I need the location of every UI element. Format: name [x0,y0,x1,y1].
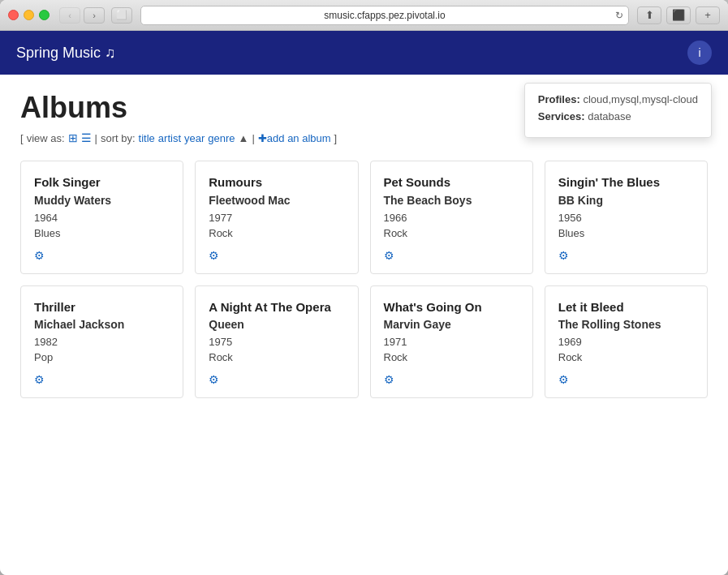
page-body: Profiles: cloud,mysql,mysql-cloud Servic… [0,75,728,575]
app-title: Spring Music ♫ [16,45,116,62]
toolbar-actions: ⬆ ⬛ + [637,6,720,24]
album-title: Folk Singer [34,174,170,191]
browser-window: ‹ › ⬜ smusic.cfapps.pez.pivotal.io ↻ ⬆ ⬛… [0,0,728,575]
album-settings-icon[interactable]: ⚙ [209,373,344,386]
album-year: 1966 [384,212,519,224]
album-title: Singin' The Blues [558,174,694,191]
album-year: 1969 [558,336,694,348]
album-artist: Fleetwood Mac [209,194,344,207]
add-album-link[interactable]: ✚add an album [258,132,331,144]
tabs-button[interactable]: ⬛ [666,6,691,24]
album-card[interactable]: Folk Singer Muddy Waters 1964 Blues ⚙ [20,161,183,274]
album-title: A Night At The Opera [209,299,344,315]
album-artist: BB King [558,194,694,207]
traffic-lights [8,10,50,20]
album-card[interactable]: What's Going On Marvin Gaye 1971 Rock ⚙ [370,285,533,399]
album-card[interactable]: Thriller Michael Jackson 1982 Pop ⚙ [20,285,183,399]
sort-arrow-icon: ▲ [239,132,249,144]
album-year: 1964 [34,212,170,224]
album-year: 1977 [209,212,344,224]
view-button[interactable]: ⬜ [111,7,132,24]
add-tab-button[interactable]: + [696,6,720,24]
album-artist: Marvin Gaye [384,318,519,331]
address-bar[interactable]: smusic.cfapps.pez.pivotal.io ↻ [140,6,629,25]
album-settings-icon[interactable]: ⚙ [209,249,344,262]
album-title: What's Going On [384,299,519,315]
album-genre: Rock [209,351,344,363]
album-card[interactable]: Let it Bleed The Rolling Stones 1969 Roc… [545,285,708,399]
album-settings-icon[interactable]: ⚙ [34,373,170,386]
album-genre: Rock [558,351,694,363]
album-settings-icon[interactable]: ⚙ [558,249,694,262]
album-genre: Blues [34,227,170,239]
album-title: Thriller [34,299,170,315]
album-title: Let it Bleed [558,299,694,315]
album-card[interactable]: Rumours Fleetwood Mac 1977 Rock ⚙ [195,161,358,274]
album-card[interactable]: A Night At The Opera Queen 1975 Rock ⚙ [195,285,358,399]
minimize-button[interactable] [24,10,34,20]
album-year: 1975 [209,336,344,348]
album-settings-icon[interactable]: ⚙ [34,249,170,262]
album-genre: Rock [384,351,519,363]
app-header: Spring Music ♫ i [0,31,728,75]
sort-artist-link[interactable]: artist [158,132,181,144]
album-settings-icon[interactable]: ⚙ [558,373,694,386]
profiles-row: Profiles: cloud,mysql,mysql-cloud [538,93,698,105]
sort-year-link[interactable]: year [184,132,205,144]
list-view-icon[interactable]: ☰ [81,131,92,144]
services-label: Services: [538,110,585,122]
album-genre: Rock [384,227,519,239]
services-row: Services: database [538,110,698,122]
albums-grid: Folk Singer Muddy Waters 1964 Blues ⚙ Ru… [20,161,708,398]
app-content: Spring Music ♫ i Profiles: cloud,mysql,m… [0,31,728,575]
profiles-label: Profiles: [538,93,580,105]
sort-label: sort by: [101,132,136,144]
album-title: Rumours [209,174,344,191]
album-genre: Pop [34,351,170,363]
album-artist: Queen [209,318,344,331]
url-text: smusic.cfapps.pez.pivotal.io [324,10,445,21]
album-title: Pet Sounds [384,174,519,191]
album-artist: Muddy Waters [34,194,170,207]
album-card[interactable]: Pet Sounds The Beach Boys 1966 Rock ⚙ [370,161,533,274]
profiles-value: cloud,mysql,mysql-cloud [583,93,698,105]
album-year: 1982 [34,336,170,348]
album-artist: The Rolling Stones [558,318,694,331]
close-button[interactable] [8,10,19,20]
album-settings-icon[interactable]: ⚙ [384,373,519,386]
album-card[interactable]: Singin' The Blues BB King 1956 Blues ⚙ [545,161,708,274]
nav-buttons: ‹ › [59,7,105,24]
title-bar: ‹ › ⬜ smusic.cfapps.pez.pivotal.io ↻ ⬆ ⬛… [0,0,728,31]
album-settings-icon[interactable]: ⚙ [384,249,519,262]
services-value: database [588,110,631,122]
sort-title-link[interactable]: title [139,132,155,144]
share-button[interactable]: ⬆ [637,6,661,24]
view-label: view as: [27,132,65,144]
album-year: 1956 [558,212,694,224]
album-artist: The Beach Boys [384,194,519,207]
user-icon[interactable]: i [687,41,712,65]
profiles-popup: Profiles: cloud,mysql,mysql-cloud Servic… [524,83,712,138]
maximize-button[interactable] [39,10,50,20]
grid-view-icon[interactable]: ⊞ [68,131,78,144]
reload-button[interactable]: ↻ [615,10,623,21]
back-button[interactable]: ‹ [59,7,80,24]
album-year: 1971 [384,336,519,348]
sort-genre-link[interactable]: genre [208,132,235,144]
album-genre: Rock [209,227,344,239]
album-artist: Michael Jackson [34,318,170,331]
forward-button[interactable]: › [84,7,105,24]
album-genre: Blues [558,227,694,239]
